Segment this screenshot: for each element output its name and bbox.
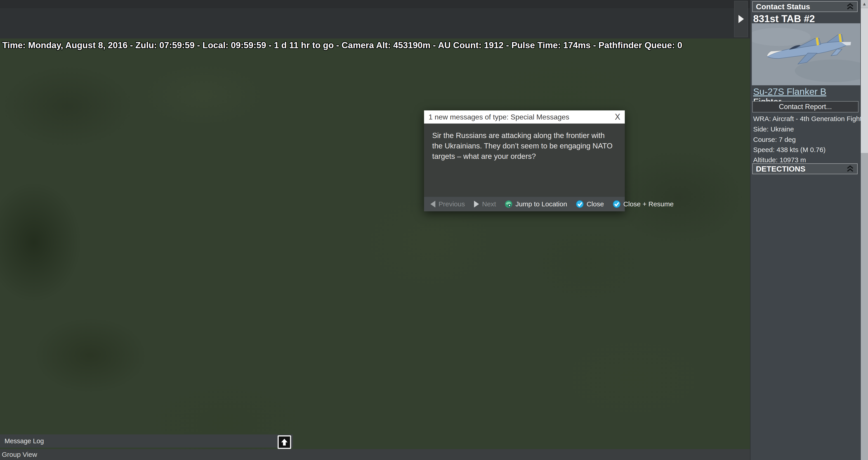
course-line: Course: 7 deg — [753, 136, 796, 143]
contact-status-panel: Contact Status 831st TAB #2 Su-27S Flank… — [750, 0, 868, 460]
speed-line: Speed: 438 kts (M 0.76) — [753, 146, 826, 154]
menu-bar — [0, 0, 750, 8]
special-message-dialog: 1 new messages of type: Special Messages… — [424, 110, 625, 211]
next-button[interactable]: Next — [473, 200, 496, 208]
unit-type-link[interactable]: Su-27S Flanker B — [753, 86, 827, 97]
map-overlay — [0, 38, 750, 460]
contact-report-button[interactable]: Contact Report... — [752, 101, 859, 112]
collapse-chevrons-icon — [846, 3, 854, 10]
sidebar-collapse-button[interactable] — [734, 1, 748, 37]
sidebar-scrollbar[interactable]: ▲ — [861, 0, 868, 460]
time-compression-bar: Group View — [0, 449, 750, 460]
expand-message-log-button[interactable] — [278, 435, 291, 449]
side-line: Side: Ukraine — [753, 125, 794, 133]
close-icon[interactable]: X — [615, 112, 620, 122]
contact-photo — [752, 23, 860, 85]
collapse-chevrons-icon — [846, 165, 854, 173]
message-log-label: Message Log — [4, 437, 44, 445]
scrollbar-up-arrow[interactable]: ▲ — [861, 0, 868, 8]
dialog-title: 1 new messages of type: Special Messages — [429, 113, 569, 121]
map-view[interactable]: Time: Monday, August 8, 2016 - Zulu: 07:… — [0, 38, 750, 460]
globe-icon — [504, 200, 513, 208]
contact-name: 831st TAB #2 — [753, 13, 815, 24]
dialog-footer: Previous Next Jump to Location Close Clo… — [424, 197, 625, 211]
triangle-left-icon — [430, 200, 436, 208]
contact-status-header[interactable]: Contact Status — [752, 1, 858, 12]
close-button[interactable]: Close — [576, 200, 604, 208]
detections-header[interactable]: DETECTIONS — [752, 163, 858, 174]
scrollbar-thumb[interactable] — [861, 8, 868, 153]
previous-button[interactable]: Previous — [430, 200, 465, 208]
message-log-bar[interactable]: Message Log — [0, 434, 293, 448]
su27-photo-illustration — [752, 23, 860, 85]
group-view-label[interactable]: Group View — [2, 451, 37, 458]
main-toolbar — [0, 23, 750, 38]
wra-line: WRA: Aircraft - 4th Generation Fighter/A… — [753, 115, 868, 123]
altitude-line: Altitude: 10973 m — [753, 156, 806, 164]
close-resume-button[interactable]: Close + Resume — [613, 200, 674, 208]
dialog-message: Sir the Russians are attacking along the… — [424, 123, 625, 197]
check-circle-icon — [576, 200, 584, 208]
check-circle-icon — [613, 200, 621, 208]
simulation-time-bar: Time: Monday, August 8, 2016 - Zulu: 07:… — [2, 40, 682, 50]
jump-to-location-button[interactable]: Jump to Location — [504, 200, 567, 208]
dialog-title-bar: 1 new messages of type: Special Messages… — [424, 110, 625, 123]
arrow-up-icon — [281, 438, 288, 446]
chevron-right-icon — [738, 15, 744, 24]
triangle-right-icon — [473, 200, 479, 208]
